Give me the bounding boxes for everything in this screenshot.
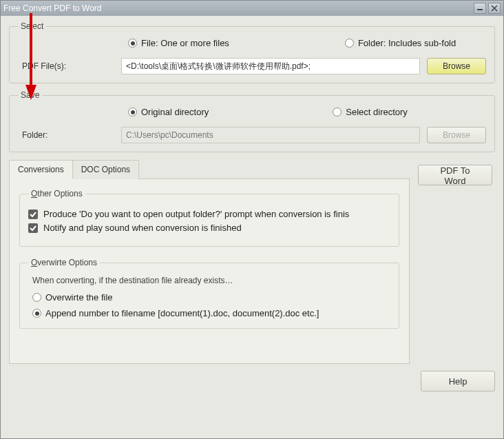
check-prompt-label: Produce 'Do you want to open output fold…	[43, 209, 349, 219]
overwrite-hint: When converting, if the destination file…	[32, 276, 390, 285]
tabs-panel: Conversions DOC Options OOther Optionsth…	[9, 159, 410, 364]
browse-pdf-button[interactable]: Browse	[427, 58, 486, 74]
browse-folder-button: Browse	[427, 127, 486, 143]
tab-body: OOther Optionsther Options Produce 'Do y…	[9, 179, 410, 364]
checkbox-icon	[28, 210, 38, 219]
save-group: Save Original directory Select directory…	[9, 90, 495, 152]
titlebar: Free Convert PDF to Word	[1, 1, 503, 16]
pdf-files-label: PDF File(s):	[18, 61, 121, 71]
folder-input	[121, 127, 420, 143]
radio-folder-mode[interactable]: Folder: Includes sub-fold	[345, 38, 456, 48]
pdf-to-word-button[interactable]: PDF To Word	[418, 165, 492, 185]
close-button[interactable]	[488, 3, 501, 14]
save-legend: Save	[18, 90, 42, 100]
radio-icon	[345, 39, 354, 48]
overwrite-legend: Overwirte OptionsOverwirte Options	[28, 258, 100, 267]
app-window: Free Convert PDF to Word Select File: On…	[0, 0, 504, 439]
minimize-button[interactable]	[474, 3, 486, 14]
radio-file-label: File: One or more files	[141, 38, 229, 48]
overwrite-options-group: Overwirte OptionsOverwirte Options When …	[19, 258, 399, 329]
checkbox-icon	[28, 223, 38, 233]
radio-append-label: Append number to filename [document(1).d…	[45, 308, 319, 318]
radio-icon	[32, 309, 41, 318]
select-legend: Select	[18, 21, 46, 31]
client-area: Select File: One or more files Folder: I…	[1, 16, 503, 400]
check-prompt-folder[interactable]: Produce 'Do you want to open output fold…	[28, 209, 390, 219]
select-group: Select File: One or more files Folder: I…	[9, 21, 495, 83]
radio-append-number[interactable]: Append number to filename [document(1).d…	[32, 308, 390, 318]
help-button[interactable]: Help	[421, 371, 495, 391]
radio-file-mode[interactable]: File: One or more files	[128, 38, 229, 48]
tab-doc-options[interactable]: DOC Options	[72, 160, 139, 179]
radio-select-dir[interactable]: Select directory	[333, 107, 408, 117]
radio-overwrite-label: Overwirte the file	[45, 292, 113, 303]
window-title: Free Convert PDF to Word	[3, 3, 472, 13]
radio-icon	[333, 108, 342, 116]
other-options-group: OOther Optionsther Options Produce 'Do y…	[19, 189, 399, 247]
folder-label: Folder:	[18, 130, 121, 140]
check-notify-sound[interactable]: Notify and play sound when conversion is…	[28, 223, 390, 233]
radio-select-label: Select directory	[346, 107, 408, 117]
radio-folder-label: Folder: Includes sub-fold	[358, 38, 456, 48]
radio-icon	[32, 293, 41, 302]
radio-original-label: Original directory	[141, 107, 209, 117]
radio-original-dir[interactable]: Original directory	[128, 107, 209, 117]
side-buttons: PDF To Word	[418, 159, 495, 185]
other-options-legend: OOther Optionsther Options	[28, 189, 85, 198]
radio-icon	[128, 108, 137, 116]
radio-overwrite-file[interactable]: Overwirte the file	[32, 292, 390, 303]
pdf-files-input[interactable]	[121, 58, 420, 74]
tab-header: Conversions DOC Options	[9, 159, 410, 179]
tab-conversions[interactable]: Conversions	[9, 160, 73, 179]
radio-icon	[128, 39, 137, 48]
check-notify-label: Notify and play sound when conversion is…	[43, 223, 242, 233]
